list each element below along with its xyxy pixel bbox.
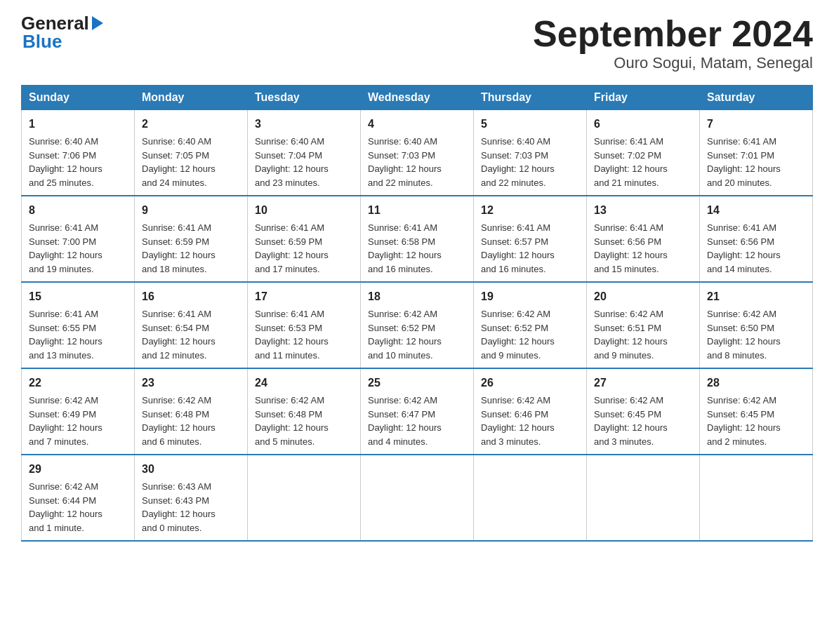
- calendar-cell: 7Sunrise: 6:41 AMSunset: 7:01 PMDaylight…: [700, 110, 813, 196]
- calendar-cell: 10Sunrise: 6:41 AMSunset: 6:59 PMDayligh…: [248, 196, 361, 282]
- calendar-cell: 22Sunrise: 6:42 AMSunset: 6:49 PMDayligh…: [22, 368, 135, 455]
- day-info: Sunrise: 6:42 AMSunset: 6:48 PMDaylight:…: [255, 394, 353, 448]
- day-number: 18: [368, 288, 466, 305]
- day-info: Sunrise: 6:42 AMSunset: 6:50 PMDaylight:…: [707, 307, 805, 362]
- calendar-cell: 2Sunrise: 6:40 AMSunset: 7:05 PMDaylight…: [135, 110, 248, 196]
- day-info: Sunrise: 6:41 AMSunset: 6:57 PMDaylight:…: [481, 221, 579, 276]
- day-number: 6: [594, 116, 692, 133]
- calendar-cell: 12Sunrise: 6:41 AMSunset: 6:57 PMDayligh…: [474, 196, 587, 282]
- calendar-cell: 28Sunrise: 6:42 AMSunset: 6:45 PMDayligh…: [700, 368, 813, 455]
- day-number: 8: [29, 202, 127, 219]
- calendar-cell: 15Sunrise: 6:41 AMSunset: 6:55 PMDayligh…: [22, 282, 135, 368]
- calendar-cell: 3Sunrise: 6:40 AMSunset: 7:04 PMDaylight…: [248, 110, 361, 196]
- calendar-cell: 23Sunrise: 6:42 AMSunset: 6:48 PMDayligh…: [135, 368, 248, 455]
- day-info: Sunrise: 6:42 AMSunset: 6:45 PMDaylight:…: [594, 394, 692, 448]
- calendar-cell: 30Sunrise: 6:43 AMSunset: 6:43 PMDayligh…: [135, 455, 248, 541]
- header-friday: Friday: [587, 86, 700, 110]
- day-info: Sunrise: 6:42 AMSunset: 6:46 PMDaylight:…: [481, 394, 579, 448]
- page-header: General Blue September 2024 Ouro Sogui, …: [21, 14, 813, 72]
- day-info: Sunrise: 6:40 AMSunset: 7:04 PMDaylight:…: [255, 135, 353, 189]
- day-number: 19: [481, 288, 579, 305]
- day-info: Sunrise: 6:40 AMSunset: 7:06 PMDaylight:…: [29, 135, 127, 189]
- calendar-cell: 5Sunrise: 6:40 AMSunset: 7:03 PMDaylight…: [474, 110, 587, 196]
- calendar-week-3: 15Sunrise: 6:41 AMSunset: 6:55 PMDayligh…: [22, 282, 813, 368]
- calendar-cell: 16Sunrise: 6:41 AMSunset: 6:54 PMDayligh…: [135, 282, 248, 368]
- day-info: Sunrise: 6:41 AMSunset: 6:56 PMDaylight:…: [707, 221, 805, 276]
- calendar-cell: 24Sunrise: 6:42 AMSunset: 6:48 PMDayligh…: [248, 368, 361, 455]
- day-number: 23: [142, 375, 240, 391]
- day-info: Sunrise: 6:42 AMSunset: 6:52 PMDaylight:…: [368, 307, 466, 362]
- day-info: Sunrise: 6:41 AMSunset: 6:55 PMDaylight:…: [29, 307, 127, 362]
- calendar-cell: 21Sunrise: 6:42 AMSunset: 6:50 PMDayligh…: [700, 282, 813, 368]
- calendar-cell: [474, 455, 587, 541]
- calendar-week-5: 29Sunrise: 6:42 AMSunset: 6:44 PMDayligh…: [22, 455, 813, 541]
- calendar-cell: 18Sunrise: 6:42 AMSunset: 6:52 PMDayligh…: [361, 282, 474, 368]
- calendar-cell: 19Sunrise: 6:42 AMSunset: 6:52 PMDayligh…: [474, 282, 587, 368]
- day-info: Sunrise: 6:41 AMSunset: 7:01 PMDaylight:…: [707, 135, 805, 189]
- day-info: Sunrise: 6:41 AMSunset: 6:54 PMDaylight:…: [142, 307, 240, 362]
- day-number: 1: [29, 116, 127, 133]
- day-number: 10: [255, 202, 353, 219]
- calendar-cell: 6Sunrise: 6:41 AMSunset: 7:02 PMDaylight…: [587, 110, 700, 196]
- day-number: 26: [481, 375, 579, 391]
- day-number: 9: [142, 202, 240, 219]
- day-info: Sunrise: 6:40 AMSunset: 7:03 PMDaylight:…: [368, 135, 466, 189]
- calendar-table: SundayMondayTuesdayWednesdayThursdayFrid…: [21, 85, 813, 542]
- calendar-cell: 1Sunrise: 6:40 AMSunset: 7:06 PMDaylight…: [22, 110, 135, 196]
- calendar-cell: 14Sunrise: 6:41 AMSunset: 6:56 PMDayligh…: [700, 196, 813, 282]
- header-tuesday: Tuesday: [248, 86, 361, 110]
- day-number: 25: [368, 375, 466, 391]
- day-number: 22: [29, 375, 127, 391]
- day-number: 2: [142, 116, 240, 133]
- calendar-cell: [700, 455, 813, 541]
- day-number: 27: [594, 375, 692, 391]
- logo-arrow-icon: [92, 16, 103, 30]
- day-info: Sunrise: 6:42 AMSunset: 6:44 PMDaylight:…: [29, 480, 127, 535]
- calendar-header-row: SundayMondayTuesdayWednesdayThursdayFrid…: [22, 86, 813, 110]
- header-saturday: Saturday: [700, 86, 813, 110]
- day-info: Sunrise: 6:41 AMSunset: 6:58 PMDaylight:…: [368, 221, 466, 276]
- day-number: 17: [255, 288, 353, 305]
- day-info: Sunrise: 6:42 AMSunset: 6:47 PMDaylight:…: [368, 394, 466, 448]
- title-block: September 2024 Ouro Sogui, Matam, Senega…: [533, 14, 813, 72]
- day-info: Sunrise: 6:43 AMSunset: 6:43 PMDaylight:…: [142, 480, 240, 535]
- day-info: Sunrise: 6:41 AMSunset: 7:00 PMDaylight:…: [29, 221, 127, 276]
- calendar-cell: [587, 455, 700, 541]
- calendar-cell: 27Sunrise: 6:42 AMSunset: 6:45 PMDayligh…: [587, 368, 700, 455]
- calendar-cell: 4Sunrise: 6:40 AMSunset: 7:03 PMDaylight…: [361, 110, 474, 196]
- day-info: Sunrise: 6:42 AMSunset: 6:48 PMDaylight:…: [142, 394, 240, 448]
- day-number: 20: [594, 288, 692, 305]
- day-number: 13: [594, 202, 692, 219]
- calendar-cell: 20Sunrise: 6:42 AMSunset: 6:51 PMDayligh…: [587, 282, 700, 368]
- day-info: Sunrise: 6:42 AMSunset: 6:51 PMDaylight:…: [594, 307, 692, 362]
- calendar-cell: 13Sunrise: 6:41 AMSunset: 6:56 PMDayligh…: [587, 196, 700, 282]
- calendar-week-4: 22Sunrise: 6:42 AMSunset: 6:49 PMDayligh…: [22, 368, 813, 455]
- calendar-cell: 29Sunrise: 6:42 AMSunset: 6:44 PMDayligh…: [22, 455, 135, 541]
- day-number: 21: [707, 288, 805, 305]
- header-thursday: Thursday: [474, 86, 587, 110]
- calendar-week-2: 8Sunrise: 6:41 AMSunset: 7:00 PMDaylight…: [22, 196, 813, 282]
- day-number: 11: [368, 202, 466, 219]
- calendar-cell: 26Sunrise: 6:42 AMSunset: 6:46 PMDayligh…: [474, 368, 587, 455]
- day-info: Sunrise: 6:41 AMSunset: 6:59 PMDaylight:…: [142, 221, 240, 276]
- day-number: 16: [142, 288, 240, 305]
- calendar-cell: [361, 455, 474, 541]
- calendar-week-1: 1Sunrise: 6:40 AMSunset: 7:06 PMDaylight…: [22, 110, 813, 196]
- logo-blue-text: Blue: [21, 31, 62, 53]
- calendar-cell: 9Sunrise: 6:41 AMSunset: 6:59 PMDaylight…: [135, 196, 248, 282]
- day-info: Sunrise: 6:40 AMSunset: 7:03 PMDaylight:…: [481, 135, 579, 189]
- day-number: 30: [142, 461, 240, 478]
- day-number: 24: [255, 375, 353, 391]
- day-info: Sunrise: 6:41 AMSunset: 6:56 PMDaylight:…: [594, 221, 692, 276]
- day-number: 5: [481, 116, 579, 133]
- page-title: September 2024: [533, 14, 813, 54]
- day-number: 4: [368, 116, 466, 133]
- logo: General Blue: [21, 14, 103, 53]
- header-monday: Monday: [135, 86, 248, 110]
- header-sunday: Sunday: [22, 86, 135, 110]
- day-info: Sunrise: 6:42 AMSunset: 6:49 PMDaylight:…: [29, 394, 127, 448]
- day-info: Sunrise: 6:42 AMSunset: 6:45 PMDaylight:…: [707, 394, 805, 448]
- calendar-cell: 25Sunrise: 6:42 AMSunset: 6:47 PMDayligh…: [361, 368, 474, 455]
- day-number: 28: [707, 375, 805, 391]
- day-info: Sunrise: 6:42 AMSunset: 6:52 PMDaylight:…: [481, 307, 579, 362]
